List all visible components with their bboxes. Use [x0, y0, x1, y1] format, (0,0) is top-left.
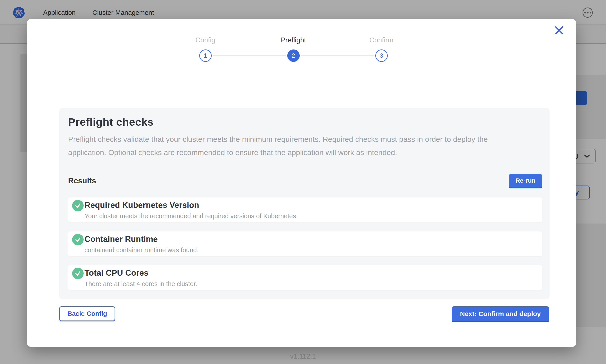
check-title: Total CPU Cores — [84, 268, 148, 278]
page-title: Preflight checks — [68, 116, 154, 128]
next-confirm-deploy-button[interactable]: Next: Confirm and deploy — [452, 306, 549, 321]
check-card-total-cpu-cores: Total CPU Cores There are at least 4 cor… — [68, 265, 542, 290]
check-card-container-runtime: Container Runtime containerd container r… — [68, 232, 542, 256]
stepper-step-preflight[interactable]: Preflight 2 — [287, 50, 300, 62]
check-message: containerd container runtime was found. — [84, 247, 199, 254]
step-label-config: Config — [195, 36, 215, 44]
step-circle-3[interactable]: 3 — [375, 50, 388, 62]
step-circle-2[interactable]: 2 — [287, 50, 300, 62]
wizard-stepper: Config 1 Preflight 2 Confirm 3 — [199, 50, 388, 62]
stepper-connector — [213, 55, 286, 56]
preflight-modal: Config 1 Preflight 2 Confirm 3 Preflight… — [27, 19, 576, 347]
check-card-kubernetes-version: Required Kubernetes Version Your cluster… — [68, 197, 542, 222]
check-title: Required Kubernetes Version — [84, 201, 199, 210]
stepper-connector — [301, 55, 374, 56]
step-label-confirm: Confirm — [369, 36, 393, 44]
results-header-row: Results Re-run — [68, 174, 542, 188]
step-circle-1[interactable]: 1 — [199, 50, 212, 62]
results-heading: Results — [68, 176, 96, 185]
stepper-step-config[interactable]: Config 1 — [199, 50, 212, 62]
back-config-button[interactable]: Back: Config — [59, 306, 115, 321]
check-message: There are at least 4 cores in the cluste… — [84, 280, 197, 287]
stepper-step-confirm[interactable]: Confirm 3 — [375, 50, 388, 62]
check-message: Your cluster meets the recommended and r… — [84, 212, 298, 220]
check-pass-icon — [72, 200, 83, 211]
check-title: Container Runtime — [84, 234, 158, 244]
close-icon[interactable] — [554, 25, 564, 35]
screen: Application Cluster Management 0 y v1.11… — [0, 0, 606, 364]
check-pass-icon — [72, 234, 83, 245]
rerun-button[interactable]: Re-run — [509, 174, 542, 188]
preflight-description: Preflight checks validate that your clus… — [68, 132, 527, 159]
step-label-preflight: Preflight — [281, 36, 306, 44]
preflight-panel: Preflight checks Preflight checks valida… — [59, 108, 550, 299]
check-pass-icon — [72, 268, 83, 279]
